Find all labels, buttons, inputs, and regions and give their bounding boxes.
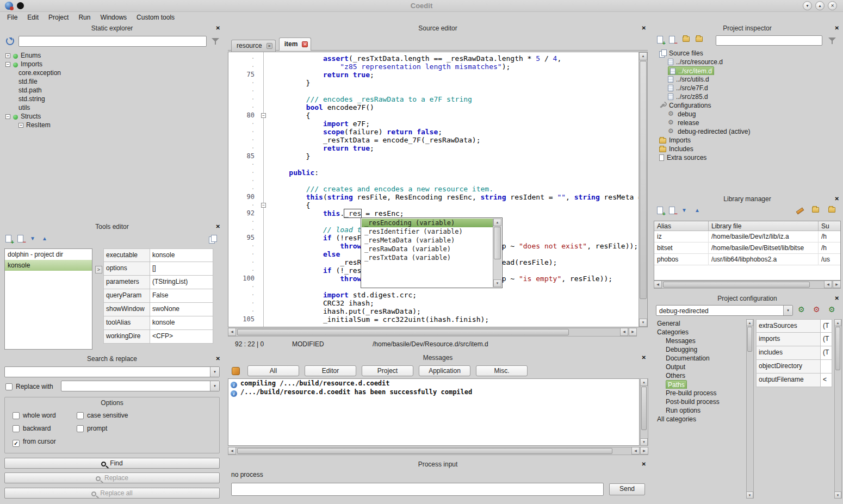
scrollbar-thumb[interactable] [494, 227, 501, 259]
dropdown-icon[interactable]: ▼ [783, 306, 792, 315]
category-item[interactable]: Paths [653, 380, 746, 389]
inspector-item[interactable]: debug-redirected (active) [654, 127, 841, 136]
category-item[interactable]: All categories [653, 415, 746, 424]
configuration-select[interactable]: debug-redirected ▼ [656, 305, 793, 316]
close-panel-icon[interactable]: ✕ [642, 25, 646, 31]
inspector-item[interactable]: Includes [654, 145, 841, 153]
remove-tool-button[interactable] [16, 234, 26, 244]
messages-vscrollbar[interactable]: ▲ ▼ [640, 378, 648, 446]
menu-item-custom-tools[interactable]: Custom tools [132, 12, 179, 23]
completion-item[interactable]: _resTxtData (variable) [362, 253, 493, 262]
tree-item[interactable]: std.path [2, 86, 222, 95]
messages-filter-application[interactable]: Application [419, 365, 470, 376]
completion-item[interactable]: _resMetaData (variable) [362, 236, 493, 245]
tab-resource[interactable]: resource✕ [231, 40, 276, 52]
scrollbar-thumb[interactable] [237, 329, 569, 335]
scrollbar-thumb[interactable] [835, 327, 840, 370]
edit-library-button[interactable] [795, 206, 804, 215]
move-up-button[interactable] [40, 234, 49, 244]
scrollbar-thumb[interactable] [641, 387, 647, 430]
scroll-left-icon[interactable]: ◀ [824, 281, 832, 288]
register-folder-button[interactable] [811, 205, 821, 214]
category-item[interactable]: Debugging [653, 345, 746, 354]
category-item[interactable]: Messages [653, 337, 746, 345]
titlebar[interactable]: Coedit ▾ ▴ ✕ [0, 0, 843, 12]
inspector-item[interactable]: ../src/e7F.d [654, 84, 841, 92]
inspector-item[interactable]: release [654, 119, 841, 127]
dropdown-icon[interactable]: ▼ [210, 367, 219, 377]
send-button[interactable]: Send [609, 483, 645, 495]
checkbox-case-sensitive[interactable]: case sensitive [77, 412, 128, 425]
log-line[interactable]: icompiling /.../build/resource.d.coedit [228, 379, 639, 388]
tab-close-icon[interactable]: ✕ [302, 41, 308, 47]
category-item[interactable]: Documentation [653, 354, 746, 363]
fold-marker[interactable]: − [261, 203, 266, 208]
scroll-up-icon[interactable]: ▲ [640, 378, 648, 386]
refresh-icon[interactable] [6, 37, 14, 45]
menu-item-project[interactable]: Project [44, 12, 73, 23]
checkbox-prompt[interactable]: prompt [77, 425, 128, 438]
scrollbar-thumb[interactable] [663, 282, 810, 288]
inspector-item[interactable]: debug [654, 110, 841, 119]
messages-filter-misc[interactable]: Misc. [476, 365, 528, 376]
completion-item[interactable]: _resIdentifier (variable) [362, 227, 493, 236]
remove-source-button[interactable] [668, 35, 677, 45]
scroll-up-icon[interactable]: ▲ [746, 319, 753, 326]
library-hscrollbar[interactable]: ◀ ◀ ▶ [654, 281, 841, 289]
inspector-item[interactable]: Imports [654, 136, 841, 145]
tree-item[interactable]: −Imports [2, 60, 222, 69]
add-library-button[interactable] [656, 206, 665, 215]
inspector-item[interactable]: Extra sources [654, 153, 841, 162]
property-value[interactable]: < [821, 374, 832, 387]
move-down-button[interactable] [680, 206, 689, 215]
scroll-down-icon[interactable]: ▼ [639, 319, 647, 327]
tab-item[interactable]: item✕ [279, 38, 312, 51]
clone-configuration-button[interactable] [828, 306, 837, 315]
open-library-button[interactable] [828, 205, 837, 214]
category-item[interactable]: Pre-build process [653, 389, 746, 397]
scroll-left-icon[interactable]: ◀ [654, 281, 662, 288]
scroll-right-icon[interactable]: ▶ [629, 328, 637, 336]
remove-library-button[interactable] [668, 206, 677, 215]
tree-item[interactable]: +Enums [2, 51, 222, 60]
categories-scrollbar[interactable]: ▲ ▼ [746, 319, 754, 499]
inspector-item[interactable]: ../src/item.d [654, 66, 841, 75]
add-source-button[interactable] [656, 35, 665, 45]
property-value[interactable]: konsole [150, 249, 213, 262]
add-folder-button[interactable] [682, 34, 691, 43]
tree-item[interactable]: std.file [2, 77, 222, 86]
inspector-item[interactable]: ../src/resource.d [654, 58, 841, 66]
inspector-filter-input[interactable] [716, 35, 822, 46]
tree-expander-icon[interactable]: − [5, 62, 10, 67]
library-row[interactable]: iz/home/basile/Dev/Iz/lib/iz.a/h [654, 231, 840, 242]
property-value[interactable]: False [150, 289, 213, 302]
scrollbar-thumb[interactable] [237, 448, 612, 454]
property-value[interactable]: swoNone [150, 303, 213, 316]
column-header[interactable]: Library file [709, 221, 819, 231]
close-button[interactable]: ✕ [828, 1, 837, 10]
messages-log[interactable]: icompiling /.../build/resource.d.coediti… [228, 378, 640, 446]
tree-item[interactable]: +ResItem [2, 121, 222, 129]
scroll-down-icon[interactable]: ▼ [834, 491, 841, 499]
property-value[interactable] [821, 360, 832, 373]
scrollbar-thumb[interactable] [640, 61, 647, 299]
scroll-up-icon[interactable]: ▲ [834, 319, 841, 326]
property-value[interactable]: konsole [150, 316, 213, 329]
library-row[interactable]: bitset/home/basile/Dev/Bitset/lib/bitse/… [654, 242, 840, 254]
category-item[interactable]: Post-build process [653, 397, 746, 406]
replace-term-combo[interactable]: ▼ [61, 381, 220, 391]
scroll-left-icon[interactable]: ◀ [620, 328, 628, 336]
category-item[interactable]: Categories [653, 328, 746, 337]
close-panel-icon[interactable]: ✕ [642, 354, 646, 360]
symbol-filter-input[interactable] [18, 36, 207, 47]
messages-filter-project[interactable]: Project [362, 365, 413, 376]
open-folder-button[interactable] [695, 34, 704, 43]
property-value[interactable]: (T [821, 346, 832, 359]
category-item[interactable]: Others [653, 371, 746, 380]
tree-expander-icon[interactable]: + [18, 123, 23, 128]
tree-expander-icon[interactable]: − [5, 114, 10, 119]
checkbox-whole-word[interactable]: whole word [13, 412, 56, 425]
filter-icon[interactable] [828, 36, 836, 45]
messages-filter-editor[interactable]: Editor [305, 365, 356, 376]
close-panel-icon[interactable]: ✕ [216, 25, 220, 31]
